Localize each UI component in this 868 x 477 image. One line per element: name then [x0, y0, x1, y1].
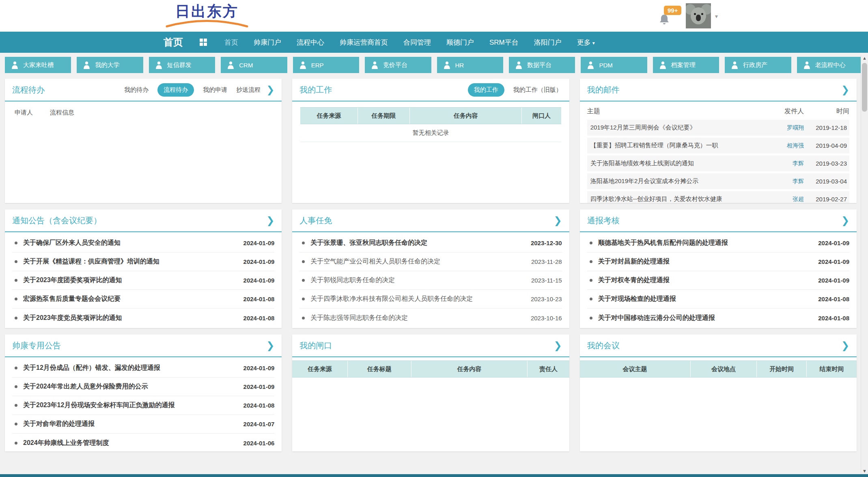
- person-icon: [515, 61, 522, 69]
- list-item-date: 2023-10-16: [531, 315, 562, 322]
- mywork-tab-我的工作[interactable]: 我的工作: [468, 83, 504, 97]
- navbar-item-帅康门户[interactable]: 帅康门户: [254, 38, 281, 47]
- list-item[interactable]: 宏源热泵售后质量专题会会议纪要2024-01-08: [12, 290, 274, 309]
- mail-row[interactable]: 【重要】招聘工程销售经理（阿康桑马克）一职相海强2019-04-09: [587, 138, 849, 153]
- mail-row[interactable]: 四季沐歌净水站--创业好项目，关爱农村饮水健康张超2019-02-27: [587, 191, 849, 203]
- list-item[interactable]: 顺德基地关于热风机售后配件问题的处理通报2024-01-09: [587, 234, 849, 253]
- quick-link-数据平台[interactable]: 数据平台: [509, 57, 575, 73]
- quick-link-大家来吐槽[interactable]: 大家来吐槽: [5, 57, 71, 73]
- quick-link-老流程中心[interactable]: 老流程中心: [797, 57, 863, 73]
- list-item-title: 关于开展《精益课程：供应商管理》培训的通知: [23, 257, 243, 266]
- list-item[interactable]: 关于对现场检查的处理通报2024-01-08: [587, 290, 849, 309]
- scroll-down-icon[interactable]: ▼: [861, 468, 868, 473]
- list-item-title: 关于对现场检查的处理通报: [598, 295, 818, 303]
- panel-more-chevron-icon[interactable]: ❯: [841, 85, 849, 95]
- meetings-col-开始时间: 开始时间: [757, 361, 807, 377]
- navbar-item-顺德门户[interactable]: 顺德门户: [446, 38, 474, 47]
- navbar-item-合同管理[interactable]: 合同管理: [403, 38, 431, 47]
- quick-link-CRM[interactable]: CRM: [221, 57, 287, 73]
- my-work-tabs: 我的工作我的工作（旧版）: [468, 83, 562, 97]
- mail-row[interactable]: 洛阳基地2019年2月会议室成本分摊公示李辉2019-03-04: [587, 173, 849, 189]
- todo-tab-我的待办[interactable]: 我的待办: [124, 86, 149, 94]
- notification-badge: 99+: [664, 6, 681, 15]
- quick-link-竞价平台[interactable]: 竞价平台: [365, 57, 431, 73]
- quick-link-档案管理[interactable]: 档案管理: [653, 57, 719, 73]
- list-item[interactable]: 关于12月份成品（配件）错发、漏发的处理通报2024-01-09: [12, 359, 274, 378]
- quick-link-HR[interactable]: HR: [437, 57, 503, 73]
- quick-link-行政房产[interactable]: 行政房产: [725, 57, 791, 73]
- list-item[interactable]: 关于陈志强等同志职务任命的决定2023-10-16: [299, 309, 562, 327]
- quick-link-label: 老流程中心: [815, 61, 846, 69]
- navbar-more-menu[interactable]: 更多▾: [577, 38, 595, 47]
- gate-col-任务内容: 任务内容: [411, 361, 528, 377]
- panel-title: 我的邮件: [587, 84, 620, 95]
- scroll-up-icon[interactable]: ▲: [861, 56, 868, 60]
- notification-bell[interactable]: 99+: [657, 7, 681, 28]
- mail-row[interactable]: 2019年12月第三周周例会《会议纪要》罗啯翔2019-12-18: [587, 120, 849, 136]
- list-item-title: 关于2024年常出差人员意外保险费用的公示: [23, 382, 243, 391]
- panel-more-chevron-icon[interactable]: ❯: [266, 216, 274, 225]
- user-avatar[interactable]: [686, 3, 711, 28]
- list-item[interactable]: 关于确保厂区外来人员安全的通知2024-01-09: [12, 234, 274, 253]
- scrollbar-thumb[interactable]: [862, 63, 867, 112]
- panel-more-chevron-icon[interactable]: ❯: [554, 341, 562, 350]
- todo-tab-我的申请[interactable]: 我的申请: [203, 86, 227, 94]
- panel-more-chevron-icon[interactable]: ❯: [841, 341, 849, 350]
- hr-list: 关于张景珊、张亚秋同志职务任命的决定2023-12-30关于空气能产业公司相关人…: [292, 232, 569, 327]
- panel-title: 流程待办: [12, 84, 45, 95]
- panel-more-chevron-icon[interactable]: ❯: [841, 216, 849, 225]
- list-item[interactable]: 关于2023年度团委奖项评比的通知2024-01-09: [12, 271, 274, 290]
- quick-link-我的大学[interactable]: 我的大学: [77, 57, 143, 73]
- list-item[interactable]: 关于张景珊、张亚秋同志职务任命的决定2023-12-30: [299, 234, 562, 253]
- apps-grid-icon[interactable]: [199, 38, 207, 46]
- todo-tab-流程待办[interactable]: 流程待办: [157, 83, 194, 97]
- list-item[interactable]: 关于郭锐同志职务任命的决定2023-11-15: [299, 271, 562, 290]
- quick-link-短信群发[interactable]: 短信群发: [149, 57, 215, 73]
- todo-tab-抄送流程[interactable]: 抄送流程: [236, 86, 261, 94]
- panel-reports: 通报考核 ❯ 顺德基地关于热风机售后配件问题的处理通报2024-01-09关于对…: [580, 209, 857, 328]
- bullet-icon: [302, 242, 305, 244]
- list-item[interactable]: 关于对俞华君的处理通报2024-01-07: [12, 415, 274, 434]
- user-menu-caret-icon[interactable]: ▾: [715, 13, 718, 19]
- company-logo[interactable]: 日出东方: [160, 3, 254, 28]
- vertical-scrollbar[interactable]: ▲ ▼: [861, 55, 868, 474]
- navbar-item-帅康运营商首页[interactable]: 帅康运营商首页: [340, 38, 388, 47]
- quick-link-ERP[interactable]: ERP: [293, 57, 359, 73]
- list-item[interactable]: 关于开展《精益课程：供应商管理》培训的通知2024-01-09: [12, 253, 274, 271]
- list-item[interactable]: 关于对封昌新的处理通报2024-01-09: [587, 253, 849, 271]
- list-item-date: 2023-11-28: [531, 258, 562, 265]
- list-item[interactable]: 关于对中国移动连云港分公司的处理通报2024-01-08: [587, 309, 849, 327]
- list-item[interactable]: 关于对权冬青的处理通报2024-01-09: [587, 271, 849, 290]
- panel-more-chevron-icon[interactable]: ❯: [266, 85, 274, 95]
- bullet-icon: [15, 442, 17, 445]
- mywork-tab-我的工作（旧版）[interactable]: 我的工作（旧版）: [513, 86, 562, 94]
- navbar-item-洛阳门户[interactable]: 洛阳门户: [534, 38, 562, 47]
- list-item[interactable]: 关于四季沐歌净水科技有限公司相关人员职务任命的决定2023-10-23: [299, 290, 562, 309]
- list-item[interactable]: 关于2023年12月份现场安全标杆车间正负激励的通报2024-01-08: [12, 396, 274, 415]
- list-item[interactable]: 关于空气能产业公司相关人员职务任命的决定2023-11-28: [299, 253, 562, 271]
- navbar-item-流程中心[interactable]: 流程中心: [297, 38, 324, 47]
- panel-more-chevron-icon[interactable]: ❯: [554, 216, 562, 225]
- person-icon: [371, 61, 378, 69]
- navbar-links: 首页帅康门户流程中心帅康运营商首页合同管理顺德门户SRM平台洛阳门户: [224, 38, 562, 47]
- mail-row[interactable]: 关于洛阳基地绩效考核上线测试的通知李辉2019-03-23: [587, 155, 849, 171]
- list-item[interactable]: 关于2024年常出差人员意外保险费用的公示2024-01-09: [12, 378, 274, 396]
- main-navbar: 首页 首页帅康门户流程中心帅康运营商首页合同管理顺德门户SRM平台洛阳门户 更多…: [0, 32, 868, 53]
- navbar-item-SRM平台[interactable]: SRM平台: [489, 38, 519, 47]
- list-item[interactable]: 2024年帅康线上业务管理制度2024-01-06: [12, 434, 274, 451]
- todo-col-申请人: 申请人: [15, 109, 33, 117]
- mail-subject: 四季沐歌净水站--创业好项目，关爱农村饮水健康: [590, 195, 767, 203]
- navbar-home-title[interactable]: 首页: [164, 36, 183, 49]
- quick-link-PDM[interactable]: PDM: [581, 57, 647, 73]
- todo-col-流程信息: 流程信息: [50, 109, 74, 117]
- panel-more-chevron-icon[interactable]: ❯: [266, 341, 274, 350]
- bullet-icon: [15, 242, 17, 244]
- navbar-item-首页[interactable]: 首页: [224, 38, 238, 47]
- list-item[interactable]: 关于2023年度党员奖项评比的通知2024-01-08: [12, 309, 274, 327]
- bullet-icon: [302, 260, 305, 263]
- list-item-date: 2024-01-07: [243, 421, 275, 427]
- list-item-date: 2024-01-09: [243, 365, 275, 371]
- panel-title: 帅康专用公告: [12, 340, 61, 351]
- mail-col-sender: 发件人: [765, 107, 804, 116]
- notices-list: 关于确保厂区外来人员安全的通知2024-01-09关于开展《精益课程：供应商管理…: [5, 232, 282, 327]
